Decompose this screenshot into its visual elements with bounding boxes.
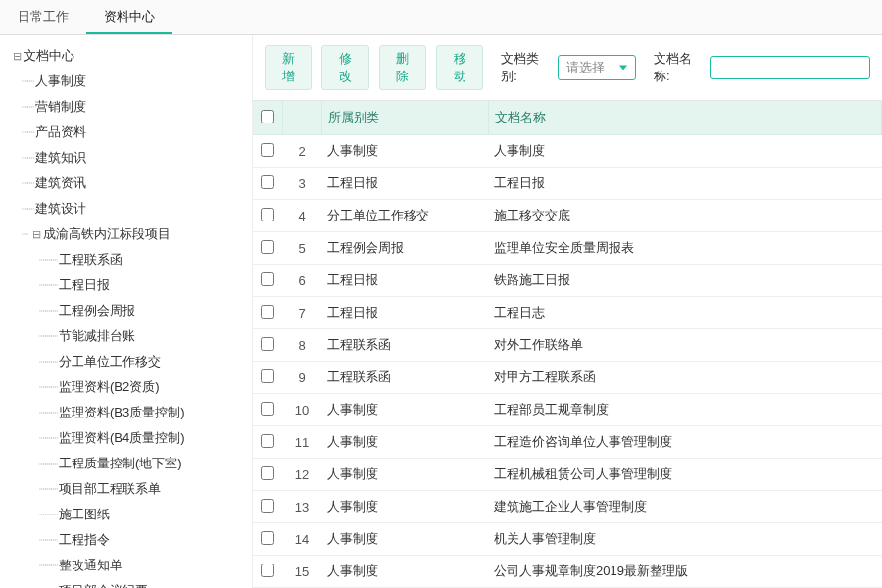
tree-item-label: 建筑资讯 bbox=[35, 174, 86, 192]
row-name: 监理单位安全质量周报表 bbox=[488, 232, 882, 265]
row-name: 工程日志 bbox=[488, 297, 882, 329]
row-category: 人事制度 bbox=[321, 523, 488, 556]
tree-item[interactable]: ┈┈┈项目部工程联系单 bbox=[4, 476, 252, 502]
tree-item[interactable]: ┈┈┈监理资料(B4质量控制) bbox=[4, 425, 252, 451]
row-index: 4 bbox=[282, 200, 321, 232]
row-checkbox[interactable] bbox=[261, 564, 274, 577]
row-index: 10 bbox=[282, 394, 321, 426]
tree-item-label: 工程日报 bbox=[59, 276, 110, 294]
row-index: 3 bbox=[282, 168, 321, 200]
row-checkbox[interactable] bbox=[261, 499, 274, 513]
row-checkbox[interactable] bbox=[261, 240, 274, 254]
table-row[interactable]: 14人事制度机关人事管理制度 bbox=[253, 523, 882, 556]
tree-item-label: 工程联系函 bbox=[59, 251, 122, 269]
tree-item[interactable]: ┈┈┈节能减排台账 bbox=[4, 323, 252, 349]
row-checkbox[interactable] bbox=[261, 369, 274, 383]
tree-item[interactable]: ┈┈营销制度 bbox=[4, 94, 252, 120]
tab-data-center[interactable]: 资料中心 bbox=[86, 0, 172, 34]
row-category: 工程日报 bbox=[321, 265, 488, 297]
table-row[interactable]: 9工程联系函对甲方工程联系函 bbox=[253, 362, 882, 394]
tree-item[interactable]: ┈┈┈分工单位工作移交 bbox=[4, 349, 252, 374]
row-name: 对外工作联络单 bbox=[488, 329, 882, 362]
row-name: 铁路施工日报 bbox=[488, 265, 882, 297]
row-category: 人事制度 bbox=[321, 556, 488, 588]
tree-item-label: 人事制度 bbox=[35, 73, 86, 90]
collapse-icon[interactable]: ⊟ bbox=[10, 50, 24, 63]
row-category: 工程日报 bbox=[321, 297, 488, 329]
row-category: 工程例会周报 bbox=[321, 232, 488, 265]
row-index: 9 bbox=[282, 362, 321, 394]
row-category: 人事制度 bbox=[321, 491, 488, 523]
table-row[interactable]: 2人事制度人事制度 bbox=[253, 135, 882, 168]
tree-item[interactable]: ┈┈建筑知识 bbox=[4, 145, 252, 171]
doc-name-label: 文档名称: bbox=[654, 50, 701, 85]
row-checkbox[interactable] bbox=[261, 208, 274, 221]
table-row[interactable]: 6工程日报铁路施工日报 bbox=[253, 265, 882, 297]
tree-item[interactable]: ┈┈┈工程指令 bbox=[4, 527, 252, 553]
row-checkbox[interactable] bbox=[261, 305, 274, 318]
tree-item[interactable]: ┈┈┈工程联系函 bbox=[4, 247, 252, 272]
tree-item-label: 产品资料 bbox=[35, 123, 86, 141]
tree-item[interactable]: ┈┈┈工程质量控制(地下室) bbox=[4, 451, 252, 476]
row-name: 人事制度 bbox=[488, 135, 882, 168]
tree-item[interactable]: ┈┈┈项目部会议纪要 bbox=[4, 578, 252, 588]
row-checkbox[interactable] bbox=[261, 402, 274, 416]
row-category: 人事制度 bbox=[321, 135, 488, 168]
category-select[interactable]: 请选择 bbox=[558, 55, 636, 80]
header-name[interactable]: 文档名称 bbox=[488, 101, 882, 135]
add-button[interactable]: 新增 bbox=[265, 45, 312, 90]
tree-item[interactable]: ┈┈┈施工图纸 bbox=[4, 502, 252, 527]
tree-root[interactable]: ⊟ 文档中心 bbox=[4, 43, 252, 69]
row-checkbox[interactable] bbox=[261, 143, 274, 157]
row-checkbox[interactable] bbox=[261, 337, 274, 351]
row-checkbox[interactable] bbox=[261, 466, 274, 480]
tree-item-label: 整改通知单 bbox=[59, 557, 122, 574]
row-index: 13 bbox=[282, 491, 321, 523]
row-checkbox[interactable] bbox=[261, 434, 274, 448]
tree-item-label: 项目部工程联系单 bbox=[59, 480, 161, 498]
row-index: 8 bbox=[282, 329, 321, 362]
header-checkbox bbox=[253, 101, 282, 135]
tree-item[interactable]: ┈┈┈监理资料(B3质量控制) bbox=[4, 400, 252, 425]
tree-item[interactable]: ┈┈人事制度 bbox=[4, 69, 252, 94]
table-row[interactable]: 4分工单位工作移交施工移交交底 bbox=[253, 200, 882, 232]
table-row[interactable]: 10人事制度工程部员工规章制度 bbox=[253, 394, 882, 426]
row-checkbox[interactable] bbox=[261, 272, 274, 286]
select-all-checkbox[interactable] bbox=[261, 110, 274, 123]
row-name: 工程机械租赁公司人事管理制度 bbox=[488, 459, 882, 491]
move-button[interactable]: 移动 bbox=[436, 45, 483, 90]
table-row[interactable]: 11人事制度工程造价咨询单位人事管理制度 bbox=[253, 426, 882, 459]
table-row[interactable]: 7工程日报工程日志 bbox=[253, 297, 882, 329]
tree-item[interactable]: ┈┈建筑资讯 bbox=[4, 171, 252, 196]
tree-item[interactable]: ┈┈建筑设计 bbox=[4, 196, 252, 221]
header-category[interactable]: 所属别类 bbox=[321, 101, 488, 135]
row-index: 12 bbox=[282, 459, 321, 491]
toolbar: 新增 修改 删除 移动 文档类别: 请选择 文档名称: bbox=[253, 35, 882, 100]
table-row[interactable]: 5工程例会周报监理单位安全质量周报表 bbox=[253, 232, 882, 265]
tree-item[interactable]: ┈┈┈工程例会周报 bbox=[4, 298, 252, 323]
tree-item[interactable]: ┈┈┈工程日报 bbox=[4, 272, 252, 298]
row-category: 工程联系函 bbox=[321, 329, 488, 362]
tab-daily-work[interactable]: 日常工作 bbox=[0, 0, 86, 34]
table-row[interactable]: 13人事制度建筑施工企业人事管理制度 bbox=[253, 491, 882, 523]
tree-item[interactable]: ┈┈产品资料 bbox=[4, 120, 252, 145]
tree-item-label: 项目部会议纪要 bbox=[59, 582, 148, 588]
doc-name-input[interactable] bbox=[710, 56, 870, 79]
row-checkbox[interactable] bbox=[261, 175, 274, 189]
collapse-icon[interactable]: ⊟ bbox=[29, 228, 43, 241]
tree-item-label: 监理资料(B3质量控制) bbox=[59, 404, 185, 421]
tree-project[interactable]: ┈ ⊟ 成渝高铁内江标段项目 bbox=[4, 221, 252, 247]
delete-button[interactable]: 删除 bbox=[379, 45, 426, 90]
edit-button[interactable]: 修改 bbox=[321, 45, 368, 90]
table-row[interactable]: 8工程联系函对外工作联络单 bbox=[253, 329, 882, 362]
table-row[interactable]: 12人事制度工程机械租赁公司人事管理制度 bbox=[253, 459, 882, 491]
row-index: 6 bbox=[282, 265, 321, 297]
row-category: 分工单位工作移交 bbox=[321, 200, 488, 232]
tree-item[interactable]: ┈┈┈监理资料(B2资质) bbox=[4, 374, 252, 400]
table-row[interactable]: 3工程日报工程日报 bbox=[253, 168, 882, 200]
tree-item[interactable]: ┈┈┈整改通知单 bbox=[4, 553, 252, 578]
table-row[interactable]: 15人事制度公司人事规章制度2019最新整理版 bbox=[253, 556, 882, 588]
row-name: 对甲方工程联系函 bbox=[488, 362, 882, 394]
row-checkbox[interactable] bbox=[261, 531, 274, 545]
tree-item-label: 工程指令 bbox=[59, 531, 110, 549]
